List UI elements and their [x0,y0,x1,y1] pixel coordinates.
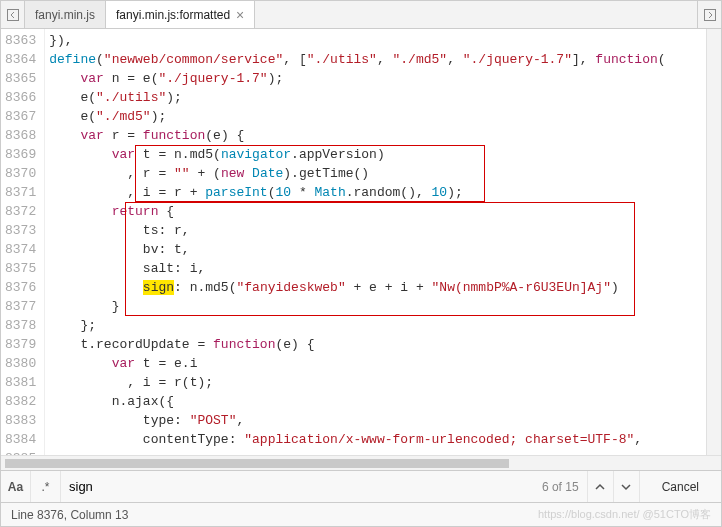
cancel-label: Cancel [662,480,699,494]
vertical-scrollbar[interactable] [706,29,721,455]
line-number: 8377 [5,297,36,316]
svg-rect-0 [7,9,18,20]
line-number: 8375 [5,259,36,278]
cursor-position: Line 8376, Column 13 [11,508,128,522]
line-number: 8382 [5,392,36,411]
line-number: 8370 [5,164,36,183]
code-line[interactable]: salt: i, [49,259,706,278]
code-line[interactable]: t.recordUpdate = function(e) { [49,335,706,354]
tab-label: fanyi.min.js [35,8,95,22]
line-number: 8384 [5,430,36,449]
tab-next-button[interactable] [697,1,721,28]
code-editor[interactable]: 8363836483658366836783688369837083718372… [1,29,721,455]
chevron-down-icon [621,482,631,492]
line-number: 8381 [5,373,36,392]
chevron-left-boxed-icon [7,9,19,21]
code-line[interactable]: var t = e.i [49,354,706,373]
status-bar: Line 8376, Column 13 https://blog.csdn.n… [1,502,721,526]
line-number: 8371 [5,183,36,202]
search-prev-button[interactable] [587,471,613,502]
code-line[interactable]: sign: n.md5("fanyideskweb" + e + i + "Nw… [49,278,706,297]
svg-rect-1 [704,9,715,20]
code-line[interactable]: , i = r + parseInt(10 * Math.random(), 1… [49,183,706,202]
regex-label: .* [41,480,49,494]
tab-1[interactable]: fanyi.min.js:formatted× [106,1,255,28]
code-line[interactable] [49,449,706,455]
regex-toggle[interactable]: .* [31,471,61,502]
code-line[interactable]: return { [49,202,706,221]
line-number: 8364 [5,50,36,69]
line-number: 8374 [5,240,36,259]
line-number: 8365 [5,69,36,88]
code-line[interactable]: , r = "" + (new Date).getTime() [49,164,706,183]
line-number: 8372 [5,202,36,221]
close-icon[interactable]: × [236,8,244,22]
code-line[interactable]: }), [49,31,706,50]
match-case-label: Aa [8,480,23,494]
code-line[interactable]: var n = e("./jquery-1.7"); [49,69,706,88]
line-number-gutter: 8363836483658366836783688369837083718372… [1,29,45,455]
search-cancel-button[interactable]: Cancel [639,471,721,502]
watermark-text: https://blog.csdn.net/ @51CTO博客 [538,507,711,522]
search-result-count: 6 of 15 [534,480,587,494]
search-next-button[interactable] [613,471,639,502]
line-number: 8385 [5,449,36,455]
code-line[interactable]: }; [49,316,706,335]
code-line[interactable]: define("newweb/common/service", ["./util… [49,50,706,69]
line-number: 8378 [5,316,36,335]
tab-prev-button[interactable] [1,1,25,28]
line-number: 8373 [5,221,36,240]
line-number: 8363 [5,31,36,50]
tab-label: fanyi.min.js:formatted [116,8,230,22]
chevron-up-icon [595,482,605,492]
line-number: 8367 [5,107,36,126]
horizontal-scrollbar[interactable] [1,455,721,470]
line-number: 8368 [5,126,36,145]
line-number: 8380 [5,354,36,373]
match-case-toggle[interactable]: Aa [1,471,31,502]
line-number: 8366 [5,88,36,107]
code-line[interactable]: var r = function(e) { [49,126,706,145]
code-line[interactable]: contentType: "application/x-www-form-url… [49,430,706,449]
tab-bar: fanyi.min.jsfanyi.min.js:formatted× [1,1,721,29]
code-line[interactable]: e("./md5"); [49,107,706,126]
search-bar: Aa .* 6 of 15 Cancel [1,470,721,502]
code-line[interactable]: n.ajax({ [49,392,706,411]
tab-0[interactable]: fanyi.min.js [25,1,106,28]
search-input[interactable] [61,471,534,502]
code-line[interactable]: ts: r, [49,221,706,240]
code-line[interactable]: type: "POST", [49,411,706,430]
code-line[interactable]: } [49,297,706,316]
code-line[interactable]: bv: t, [49,240,706,259]
code-line[interactable]: , i = r(t); [49,373,706,392]
code-line[interactable]: e("./utils"); [49,88,706,107]
line-number: 8383 [5,411,36,430]
code-line[interactable]: var t = n.md5(navigator.appVersion) [49,145,706,164]
code-area[interactable]: }),define("newweb/common/service", ["./u… [45,29,706,455]
line-number: 8376 [5,278,36,297]
chevron-right-boxed-icon [704,9,716,21]
line-number: 8369 [5,145,36,164]
line-number: 8379 [5,335,36,354]
